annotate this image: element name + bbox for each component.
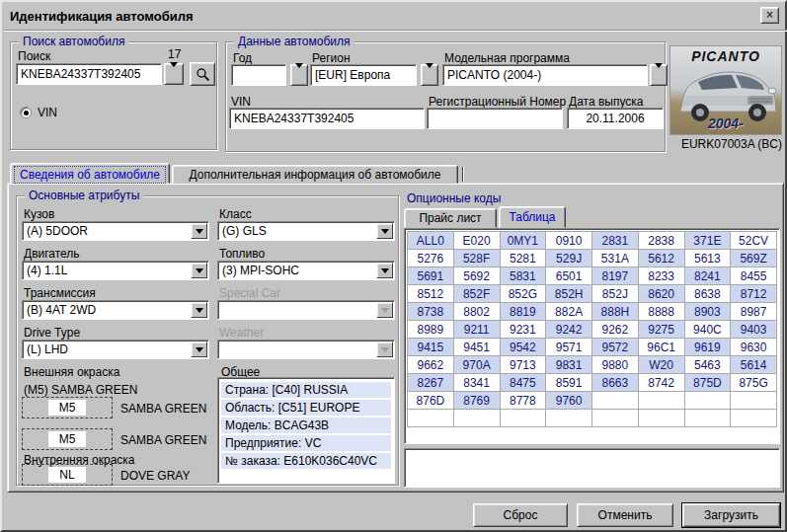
dropdown-arrow-icon xyxy=(170,67,178,81)
vehicle-identification-dialog: Идентификация автомобиля × Поиск автомоб… xyxy=(0,0,787,532)
vin-radio[interactable] xyxy=(20,107,32,118)
radio-dot xyxy=(24,111,29,115)
registration-number-input[interactable] xyxy=(427,108,563,129)
search-button[interactable] xyxy=(190,62,215,86)
tab-strip-end xyxy=(462,167,464,182)
search-dropdown-button[interactable] xyxy=(164,63,184,85)
search-count: 17 xyxy=(168,47,181,61)
vehicle-data-group-title: Данные автомобиля xyxy=(234,35,354,48)
vin-label: VIN xyxy=(231,95,251,109)
tab-vehicle-info[interactable]: Сведения об автомобиле xyxy=(10,163,170,184)
vin-input[interactable] xyxy=(229,108,425,129)
tab-additional-info-label: Дополнительная информация об автомобиле xyxy=(190,168,441,182)
photo-code-caption: EURK07003A (BC) xyxy=(654,137,782,151)
reset-button[interactable]: Сброс xyxy=(473,503,568,527)
cancel-button[interactable]: Отменить xyxy=(577,503,673,527)
close-button[interactable]: × xyxy=(760,7,779,24)
window-title: Идентификация автомобиля xyxy=(10,9,194,24)
car-illustration-icon xyxy=(670,62,782,123)
vin-radio-label: VIN xyxy=(38,106,57,119)
registration-number-label: Регистрационный Номер xyxy=(429,95,566,109)
search-label: Поиск xyxy=(18,49,50,63)
tab-additional-info[interactable]: Дополнительная информация об автомобиле xyxy=(172,165,458,184)
load-button[interactable]: Загрузить xyxy=(682,503,780,527)
model-program-input[interactable] xyxy=(442,64,648,86)
subtab-table[interactable]: Таблица xyxy=(499,206,566,228)
dropdown-arrow-icon xyxy=(655,68,663,82)
title-bar: Идентификация автомобиля xyxy=(4,4,783,28)
subtab-table-label: Таблица xyxy=(509,210,555,224)
dropdown-arrow-icon xyxy=(426,68,433,82)
region-dropdown-button[interactable] xyxy=(421,64,438,86)
model-program-label: Модельная программа xyxy=(444,51,570,65)
tab-page xyxy=(7,183,784,493)
tab-vehicle-info-label: Сведения об автомобиле xyxy=(14,166,166,184)
search-group-title: Поиск автомобиля xyxy=(19,35,128,48)
production-date-label: Дата выпуска xyxy=(569,95,643,109)
search-input[interactable] xyxy=(16,63,162,85)
region-label: Регион xyxy=(312,51,351,65)
production-date-input[interactable] xyxy=(567,108,664,129)
year-input[interactable] xyxy=(231,64,286,86)
year-label: Год xyxy=(233,51,252,65)
magnifier-icon xyxy=(196,67,210,82)
model-dropdown-button[interactable] xyxy=(650,64,668,86)
vehicle-photo: PICANTO 2004- xyxy=(669,45,782,135)
year-dropdown-button[interactable] xyxy=(290,64,308,86)
region-input[interactable] xyxy=(310,64,417,86)
close-icon: × xyxy=(766,8,773,22)
title-separator xyxy=(4,30,787,32)
dropdown-arrow-icon xyxy=(295,68,303,82)
vehicle-photo-year: 2004- xyxy=(708,115,744,131)
